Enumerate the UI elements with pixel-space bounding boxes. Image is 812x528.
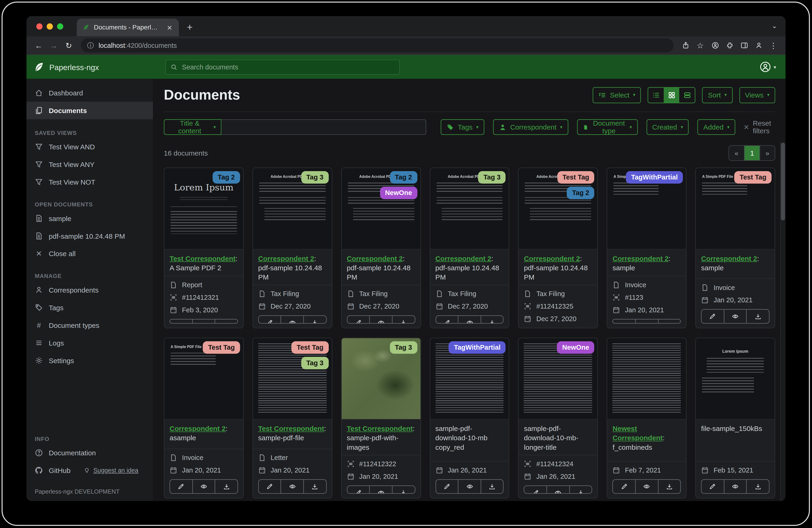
correspondent-filter-button[interactable]: Correspondent ▾ [493,119,568,135]
preview-button[interactable] [281,316,303,324]
tag-badge[interactable]: TagWithPartial [626,171,683,184]
document-card[interactable]: TagWithPartial sample-pdf-download-10-mb… [430,338,509,498]
sidebar-item-correspondents[interactable]: Correspondents [27,281,153,299]
page-1-button[interactable]: 1 [744,146,759,160]
edit-button[interactable] [524,486,547,494]
tab-search-chevron-icon[interactable]: ⌄ [772,22,777,30]
profile-badge-icon[interactable] [708,39,722,52]
search-input[interactable] [181,62,394,71]
browser-tab[interactable]: Documents - Paperless-ngx ✕ [77,18,179,36]
new-tab-button[interactable]: + [182,20,198,35]
edit-button[interactable] [170,319,192,324]
address-bar[interactable]: ⓘ localhost:4200/documents [81,38,673,52]
tag-badge[interactable]: Test Tag [203,341,240,354]
download-button[interactable] [480,480,503,493]
correspondent-link[interactable]: Correspondent 2 [258,255,314,262]
sidebar-item-logs[interactable]: Logs [27,334,153,352]
document-type-filter-button[interactable]: Document type ▾ [577,119,637,135]
document-card[interactable]: Adobe Acrobat PDF FilesTag 3 Corresponde… [252,167,332,328]
preview-button[interactable] [635,319,658,324]
download-button[interactable] [569,486,592,494]
correspondent-link[interactable]: Correspondent 2 [524,255,580,262]
document-thumbnail[interactable]: Tag 3 [342,338,420,419]
download-button[interactable] [746,480,769,493]
document-thumbnail[interactable]: Lorem IpsumTag 2 [164,168,243,249]
preview-button[interactable] [192,319,215,324]
document-thumbnail[interactable]: A Simple PDF FileTest Tag [164,338,243,419]
suggest-an-idea-link[interactable]: Suggest an idea [84,467,139,474]
extensions-puzzle-icon[interactable] [723,39,736,52]
tag-badge[interactable]: Tag 2 [567,187,594,199]
download-button[interactable] [215,319,237,324]
download-button[interactable] [658,480,680,493]
correspondent-link[interactable]: Correspondent 2 [435,255,491,262]
tag-badge[interactable]: Test Tag [557,171,594,184]
list-view-button[interactable] [648,87,664,103]
preview-button[interactable] [635,480,658,493]
tab-close-icon[interactable]: ✕ [165,23,174,32]
bookmark-star-icon[interactable]: ☆ [693,38,707,52]
preview-button[interactable] [369,486,392,494]
download-button[interactable] [658,319,680,324]
document-card[interactable]: Adobe Acrobat PDF FilesTag 3 Corresponde… [430,167,509,328]
grid-view-button[interactable] [664,87,679,103]
document-thumbnail[interactable]: TagWithPartial [430,338,509,419]
sidebar-item-document-types[interactable]: # Document types [27,316,153,334]
document-thumbnail[interactable]: Adobe Acrobat PDF FilesTag 3 [253,168,332,249]
edit-button[interactable] [259,316,281,324]
sidebar-item-test-view-not[interactable]: Test View NOT [27,173,153,191]
document-thumbnail[interactable] [607,338,686,419]
side-panel-icon[interactable] [737,39,751,52]
sidebar-item-open-doc-pdf-sample[interactable]: pdf-sample 10.24.48 PM [27,227,153,245]
edit-button[interactable] [702,310,724,323]
document-card[interactable]: Adobe Acrobat PDF FilesTag 2NewOne Corre… [341,167,421,328]
preview-button[interactable] [281,480,303,493]
views-button[interactable]: Views ▾ [739,87,775,103]
added-filter-button[interactable]: Added ▾ [698,119,735,135]
document-thumbnail[interactable]: A Simple PDF FileTest Tag [696,168,774,249]
tags-filter-button[interactable]: Tags ▾ [440,119,484,135]
close-window-button[interactable] [36,24,43,30]
browser-menu-icon[interactable]: ⋮ [766,38,780,52]
tag-badge[interactable]: NewOne [380,187,417,199]
edit-button[interactable] [436,316,458,324]
correspondent-link[interactable]: Correspondent 2 [170,425,226,432]
app-brand[interactable]: Paperless-ngx [34,61,99,72]
download-button[interactable] [303,316,326,324]
sidebar-item-open-doc-sample[interactable]: sample [27,210,153,227]
tag-badge[interactable]: Tag 3 [301,357,329,369]
document-card[interactable]: Test TagTag 3 Test Correspondent: sample… [252,338,332,498]
browser-avatar-icon[interactable] [752,39,765,52]
sidebar-item-test-view-and[interactable]: Test View AND [27,138,153,156]
correspondent-link[interactable]: Correspondent 2 [613,255,669,262]
edit-button[interactable] [613,319,635,324]
tag-badge[interactable]: Tag 3 [390,341,417,354]
edit-button[interactable] [170,480,192,493]
document-card[interactable]: Lorem ipsum file-sample_150kBs Feb 15, 2… [695,338,775,498]
created-filter-button[interactable]: Created ▾ [647,119,689,135]
back-button[interactable]: ← [32,38,45,52]
share-icon[interactable] [679,39,692,52]
document-thumbnail[interactable]: Adobe Acrobat PDF FilesTag 2NewOne [342,168,420,249]
tag-badge[interactable]: Test Tag [735,171,772,184]
sidebar-item-documentation[interactable]: Documentation [27,444,153,461]
select-button[interactable]: Select ▾ [593,87,641,103]
edit-button[interactable] [436,480,458,493]
download-button[interactable] [215,480,237,493]
document-card[interactable]: A Simple PDF FileTest Tag Correspondent … [695,167,775,328]
document-card[interactable]: Tag 3 Test Correspondent: sample-pdf-wit… [341,338,421,498]
previous-page-button[interactable]: « [729,146,744,160]
sidebar-item-dashboard[interactable]: Dashboard [27,84,153,102]
edit-button[interactable] [347,486,369,494]
document-card[interactable]: Adobe Acrobat PDF FilesTest TagTag 2 Cor… [518,167,598,328]
correspondent-link[interactable]: Correspondent 2 [347,255,403,262]
forward-button[interactable]: → [47,38,61,52]
reset-filters-button[interactable]: ✕ Reset filters [743,119,775,135]
sidebar-item-documents[interactable]: Documents [27,102,153,119]
tag-badge[interactable]: Test Tag [292,341,329,354]
download-button[interactable] [303,480,326,493]
sidebar-item-github[interactable]: GitHub Suggest an idea [27,461,153,479]
download-button[interactable] [392,316,415,324]
preview-button[interactable] [458,480,480,493]
tag-badge[interactable]: NewOne [557,341,594,354]
